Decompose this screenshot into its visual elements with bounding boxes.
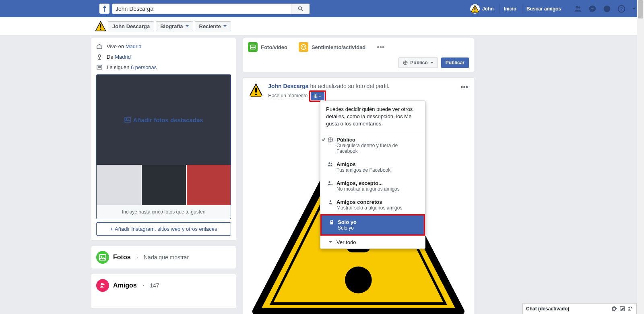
svg-rect-10 — [100, 24, 101, 27]
warning-avatar-icon — [95, 21, 106, 32]
facebook-logo[interactable]: f — [99, 4, 109, 14]
svg-point-26 — [255, 94, 257, 96]
search-box — [112, 4, 310, 14]
photos-title[interactable]: Fotos — [113, 254, 131, 261]
vertical-scrollbar[interactable] — [637, 0, 644, 314]
image-icon — [124, 117, 131, 123]
audience-option-specific-friends[interactable]: Amigos concretos Mostrar solo a algunos … — [320, 195, 425, 214]
svg-rect-4 — [475, 7, 475, 10]
check-icon — [321, 137, 326, 142]
followers-link[interactable]: 6 personas — [131, 64, 157, 70]
intro-from: De Madrid — [96, 53, 231, 60]
nav-profile-link[interactable]: John — [466, 4, 498, 14]
svg-point-0 — [298, 6, 301, 10]
composer-photo-video[interactable]: Foto/vídeo — [248, 42, 287, 52]
audience-option-only-me[interactable]: Solo yo Solo yo — [322, 215, 424, 234]
warning-avatar-icon — [248, 82, 264, 99]
scrollbar-thumb[interactable] — [638, 0, 643, 18]
svg-rect-14 — [125, 117, 130, 122]
composer-more[interactable]: ••• — [377, 43, 384, 51]
help-icon[interactable]: ? — [617, 5, 625, 13]
composer-feeling[interactable]: Sentimiento/actividad — [299, 42, 365, 52]
friends-title[interactable]: Amigos — [113, 282, 137, 289]
story-author-link[interactable]: John Descarga — [268, 83, 308, 89]
photo-video-icon — [248, 42, 258, 52]
profile-name-button[interactable]: John Descarga — [108, 21, 154, 31]
audience-option-friends-except[interactable]: Amigos, excepto... No mostrar a algunos … — [320, 176, 425, 195]
svg-point-12 — [98, 55, 101, 57]
chevron-down-icon — [223, 25, 227, 27]
followers-icon — [96, 64, 103, 70]
intro-lives-in: Vive en Madrid — [96, 43, 231, 49]
notifications-icon[interactable] — [603, 5, 611, 13]
friends-count[interactable]: 147 — [150, 282, 159, 289]
nav-home-link[interactable]: Inicio — [500, 4, 520, 14]
featured-thumbnails — [97, 165, 231, 205]
friend-requests-icon[interactable] — [574, 5, 582, 13]
audience-see-all[interactable]: Ver todo — [320, 236, 425, 248]
intro-followers: Le siguen 6 personas — [96, 64, 231, 70]
lock-icon — [329, 220, 334, 225]
audience-option-public[interactable]: Público Cualquiera dentro y fuera de Fac… — [320, 133, 425, 158]
search-icon — [298, 6, 303, 12]
location-link[interactable]: Madrid — [126, 43, 142, 49]
add-links-button[interactable]: + Añadir Instagram, sitios web y otros e… — [96, 222, 231, 236]
friends-icon — [96, 279, 109, 292]
highlight-audience — [309, 90, 326, 102]
tab-biography[interactable]: Biografía — [156, 21, 193, 31]
chat-bar[interactable]: Chat (desactivado) — [522, 303, 637, 314]
tab-recent[interactable]: Reciente — [195, 21, 231, 31]
photos-icon — [96, 251, 109, 264]
audience-option-friends[interactable]: Amigos Tus amigos de Facebook — [320, 158, 425, 176]
search-button[interactable] — [291, 4, 310, 14]
friends-except-icon — [328, 181, 333, 186]
gear-icon[interactable] — [611, 306, 617, 312]
svg-point-5 — [475, 10, 476, 12]
svg-rect-34 — [330, 222, 333, 224]
specific-friends-icon — [328, 199, 333, 205]
friends-icon — [328, 162, 333, 167]
chevron-down-icon — [328, 241, 332, 243]
svg-point-6 — [604, 5, 611, 12]
svg-rect-25 — [255, 88, 257, 92]
add-featured-photos-button[interactable]: Añadir fotos destacadas — [124, 117, 203, 123]
story-audience-button[interactable] — [311, 92, 324, 100]
intro-card: Vive en Madrid De Madrid Le siguen 6 per… — [91, 38, 236, 241]
globe-icon — [314, 94, 318, 98]
thumbnail[interactable] — [97, 165, 141, 205]
audience-menu: Puedes decidir quién puede ver otros det… — [320, 101, 425, 249]
globe-icon — [328, 137, 333, 143]
profile-subheader: John Descarga Biografía Reciente — [0, 17, 644, 35]
nav-username: John — [482, 6, 494, 12]
story-action-text: ha actualizado su foto del perfil. — [309, 83, 390, 89]
audience-selector-button[interactable]: Público — [398, 57, 438, 68]
friends-card: Amigos · 147 — [91, 274, 236, 308]
svg-point-17 — [101, 256, 102, 257]
svg-point-31 — [345, 267, 372, 293]
photos-card: Fotos · Nada que mostrar — [91, 246, 236, 269]
hometown-link[interactable]: Madrid — [115, 54, 131, 60]
warning-avatar-icon — [470, 4, 480, 14]
highlight-only-me: Solo yo Solo yo — [320, 214, 425, 236]
compose-icon[interactable] — [619, 306, 625, 312]
svg-point-11 — [100, 29, 101, 30]
chat-label: Chat (desactivado) — [526, 306, 609, 312]
featured-hero: Añadir fotos destacadas — [97, 75, 231, 165]
messenger-icon[interactable] — [588, 5, 597, 13]
svg-point-19 — [301, 45, 306, 49]
feeling-icon — [299, 42, 308, 52]
thumbnail[interactable] — [142, 165, 186, 205]
people-icon[interactable] — [627, 306, 633, 312]
publish-button[interactable]: Publicar — [441, 57, 469, 68]
search-input[interactable] — [112, 6, 291, 12]
composer-card: Foto/vídeo Sentimiento/actividad ••• Púb… — [243, 38, 474, 72]
account-menu-caret[interactable] — [632, 8, 636, 10]
svg-point-33 — [330, 200, 331, 202]
story-timestamp: Hace un momento — [268, 90, 389, 102]
story-options-icon[interactable]: ••• — [460, 83, 468, 92]
chevron-down-icon — [319, 96, 321, 97]
svg-point-21 — [304, 46, 305, 47]
globe-icon — [403, 60, 408, 65]
nav-find-friends-link[interactable]: Buscar amigos — [522, 4, 565, 14]
thumbnail[interactable] — [187, 165, 231, 205]
